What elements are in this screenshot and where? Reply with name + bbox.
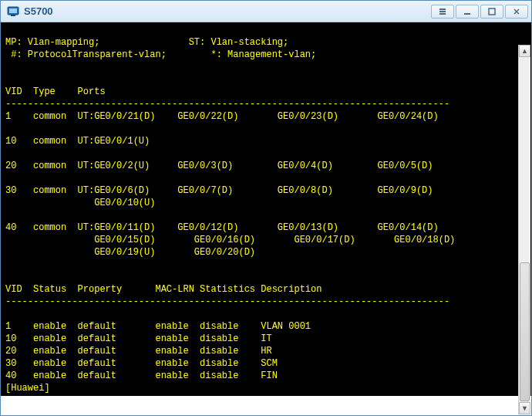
- window-controls: [431, 5, 528, 19]
- scroll-track[interactable]: [519, 57, 530, 402]
- app-window: S5700 MP: Vlan-mapping; ST: Vlan-stackin…: [0, 0, 532, 416]
- svg-rect-4: [439, 11, 446, 12]
- scroll-down-button[interactable]: ▼: [519, 402, 530, 414]
- scroll-up-button[interactable]: ▲: [519, 45, 530, 57]
- vertical-scrollbar[interactable]: ▲ ▼: [518, 45, 530, 414]
- svg-rect-1: [9, 8, 17, 13]
- app-icon: [7, 5, 19, 18]
- titlebar[interactable]: S5700: [1, 1, 531, 22]
- terminal-output[interactable]: MP: Vlan-mapping; ST: Vlan-stacking; #: …: [1, 22, 531, 396]
- svg-rect-2: [11, 15, 15, 16]
- close-button[interactable]: [505, 5, 528, 19]
- maximize-button[interactable]: [480, 5, 503, 19]
- scroll-thumb[interactable]: [520, 262, 530, 401]
- settings-button[interactable]: [431, 5, 454, 19]
- minimize-button[interactable]: [456, 5, 479, 19]
- svg-rect-3: [439, 8, 446, 10]
- svg-rect-7: [489, 8, 495, 15]
- svg-rect-5: [439, 13, 446, 15]
- svg-rect-6: [464, 13, 470, 15]
- window-title: S5700: [24, 5, 431, 17]
